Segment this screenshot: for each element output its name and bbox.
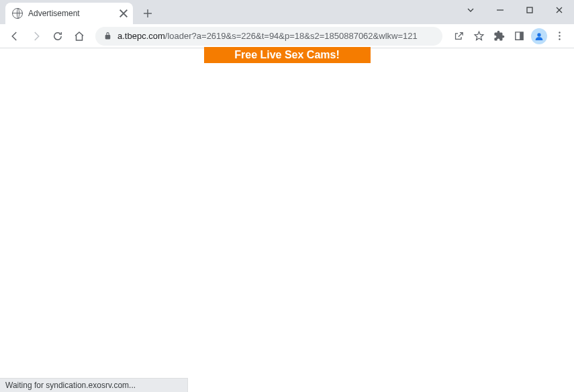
- status-bar: Waiting for syndication.exosrv.com...: [0, 378, 188, 392]
- url-path: /loader?a=2619&s=226&t=94&p=18&s2=185088…: [165, 31, 418, 41]
- browser-tab[interactable]: Advertisement: [5, 3, 133, 24]
- share-icon[interactable]: [449, 27, 468, 46]
- svg-rect-0: [527, 7, 532, 13]
- globe-icon: [12, 8, 23, 19]
- avatar: [531, 28, 547, 44]
- svg-rect-1: [520, 32, 522, 40]
- tab-title: Advertisement: [28, 9, 118, 18]
- svg-point-2: [537, 33, 540, 36]
- url-text: a.tbepc.com/loader?a=2619&s=226&t=94&p=1…: [117, 31, 418, 41]
- extensions-icon[interactable]: [489, 27, 508, 46]
- close-tab-button[interactable]: [118, 8, 129, 19]
- browser-titlebar: Advertisement: [0, 0, 574, 24]
- maximize-button[interactable]: [515, 0, 544, 20]
- reload-button[interactable]: [48, 27, 67, 46]
- svg-point-5: [559, 38, 560, 40]
- toolbar-right: [449, 27, 569, 46]
- svg-point-3: [559, 32, 560, 33]
- browser-toolbar: a.tbepc.com/loader?a=2619&s=226&t=94&p=1…: [0, 24, 574, 48]
- close-window-button[interactable]: [544, 0, 574, 20]
- profile-button[interactable]: [530, 27, 548, 46]
- back-button[interactable]: [5, 27, 24, 46]
- minimize-button[interactable]: [485, 0, 515, 20]
- bookmark-star-icon[interactable]: [469, 27, 488, 46]
- page-content: Free Live Sex Cams!: [0, 48, 574, 392]
- lock-icon: [103, 32, 112, 40]
- new-tab-button[interactable]: [138, 4, 157, 23]
- sidepanel-icon[interactable]: [510, 27, 528, 46]
- svg-point-4: [559, 35, 560, 36]
- address-bar[interactable]: a.tbepc.com/loader?a=2619&s=226&t=94&p=1…: [95, 27, 442, 46]
- ad-banner[interactable]: Free Live Sex Cams!: [204, 47, 371, 63]
- forward-button[interactable]: [27, 27, 46, 46]
- home-button[interactable]: [70, 27, 89, 46]
- chevron-down-icon[interactable]: [456, 0, 485, 20]
- window-controls: [456, 0, 574, 20]
- menu-button[interactable]: [550, 27, 569, 46]
- url-domain: a.tbepc.com: [117, 31, 165, 41]
